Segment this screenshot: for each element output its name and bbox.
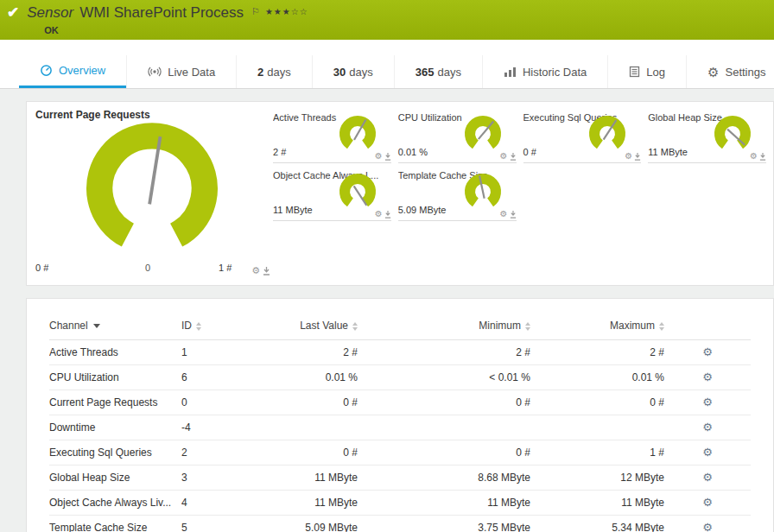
table-row[interactable]: Downtime -4 ⚙ [49,415,751,440]
channel-last-value: 0.01 % [261,365,358,390]
gauge-settings-gear-icon[interactable]: ⚙ [500,152,508,161]
tab-label: Log [646,66,665,79]
mini-gauges-grid: Active Threads 2 # ⚙ CPU Utilization 0.0… [273,111,766,221]
channel-name[interactable]: Object Cache Always Liv... [49,491,181,516]
sort-both-icon [352,322,358,331]
gauge-settings-gear-icon[interactable]: ⚙ [625,152,632,161]
tab-historic-data[interactable]: Historic Data [482,55,607,88]
channel-minimum: 11 MByte [358,491,530,516]
table-row[interactable]: CPU Utilization 6 0.01 % < 0.01 % 0.01 %… [49,365,751,390]
gauge-pin-icon[interactable] [384,211,391,218]
gauge-pin-icon[interactable] [634,153,641,161]
gauges-panel: Current Page Requests 0 # 0 1 # ⚙ Active… [26,101,774,286]
table-row[interactable]: Object Cache Always Liv... 4 11 MByte 11… [49,491,751,516]
gauge-settings-gear-icon[interactable]: ⚙ [750,152,758,161]
tab-settings[interactable]: ⚙ Settings [686,55,774,88]
mini-gauge-dial [460,115,506,153]
main-gauge-dial [80,121,224,252]
channel-settings-icon[interactable]: ⚙ [702,370,713,383]
channels-table: Channel ID Last Value Minimum Maximum [49,313,751,532]
gauge-settings-gear-icon[interactable]: ⚙ [375,210,383,218]
channel-last-value: 0 # [261,440,358,466]
overview-gauge-icon [40,64,53,77]
channel-name[interactable]: Active Threads [49,340,181,365]
mini-gauge-dial [334,115,381,153]
tab-30-days[interactable]: 30 days [312,55,394,88]
sort-desc-icon [93,324,100,328]
page-title: WMI SharePoint Process [79,4,244,22]
tab-365-days[interactable]: 365 days [394,55,482,88]
channel-name[interactable]: Template Cache Size [49,516,181,532]
mini-gauge-value: 0.01 % [398,147,428,157]
mini-gauge-template-cache-size: Template Cache Size 5.09 MByte ⚙ [398,168,517,221]
column-header-last-value[interactable]: Last Value [261,313,358,340]
table-row[interactable]: Current Page Requests 0 0 # 0 # 0 # ⚙ [49,390,751,415]
channel-name[interactable]: CPU Utilization [49,365,181,390]
tab-label: Overview [59,64,105,77]
tab-log[interactable]: Log [607,55,686,88]
channel-name[interactable]: Downtime [49,415,181,440]
gauge-settings-gear-icon[interactable]: ⚙ [500,210,508,218]
channel-settings-icon[interactable]: ⚙ [702,446,713,459]
channel-settings-icon[interactable]: ⚙ [702,521,713,532]
priority-stars[interactable]: ★★★☆☆ [265,7,308,16]
tab-label: days [349,66,372,79]
channel-settings-icon[interactable]: ⚙ [702,496,713,509]
column-header-maximum[interactable]: Maximum [530,313,664,340]
gauge-pin-icon[interactable] [510,153,517,161]
tab-2-days[interactable]: 2 days [236,55,312,88]
channel-maximum: 12 MByte [530,466,664,491]
log-page-icon [629,66,640,78]
tab-live-data[interactable]: Live Data [126,55,236,88]
gauge-pin-icon[interactable] [263,267,270,276]
channel-maximum: 0.01 % [530,365,664,390]
channel-minimum: < 0.01 % [358,365,530,390]
mini-gauge-global-heap-size: Global Heap Size 11 MByte ⚙ [648,111,766,163]
table-row[interactable]: Active Threads 1 2 # 2 # 2 # ⚙ [49,340,751,365]
flag-icon[interactable]: ⚐ [251,6,260,17]
channel-last-value: 0 # [261,390,358,415]
gauge-pin-icon[interactable] [510,211,517,218]
tab-label: Historic Data [523,66,587,79]
channel-minimum: 2 # [358,340,530,365]
table-row[interactable]: Template Cache Size 5 5.09 MByte 3.75 MB… [49,516,751,532]
mini-gauge-dial [460,173,506,211]
column-header-channel[interactable]: Channel [49,313,181,340]
channel-name[interactable]: Global Heap Size [49,466,181,491]
mini-gauge-active-threads: Active Threads 2 # ⚙ [273,111,391,163]
gauge-pin-icon[interactable] [384,153,391,161]
table-row[interactable]: Global Heap Size 3 11 MByte 8.68 MByte 1… [49,466,751,491]
tab-label: days [437,66,460,79]
gauge-pin-icon[interactable] [759,153,766,161]
content-area: Current Page Requests 0 # 0 1 # ⚙ Active… [0,89,774,532]
sort-both-icon [659,322,664,331]
sort-both-icon [525,322,530,331]
status-badge: OK [44,25,308,35]
main-gauge-scale: 0 # 0 1 # ⚙ [35,263,270,275]
channel-settings-icon[interactable]: ⚙ [702,396,713,408]
tab-number: 30 [333,66,346,79]
mini-gauge-value: 11 MByte [273,205,313,215]
mini-gauge-value: 0 # [523,147,536,157]
gauge-settings-gear-icon[interactable]: ⚙ [251,266,260,276]
tab-overview[interactable]: Overview [19,55,126,88]
channel-settings-icon[interactable]: ⚙ [702,421,713,434]
gauge-settings-gear-icon[interactable]: ⚙ [375,152,383,161]
column-header-minimum[interactable]: Minimum [358,313,530,340]
channel-last-value: 11 MByte [261,491,358,516]
mini-gauge-object-cache: Object Cache Always L... 11 MByte ⚙ [273,168,391,221]
mini-gauge-cpu-utilization: CPU Utilization 0.01 % ⚙ [398,111,517,163]
channel-name[interactable]: Executing Sql Queries [49,440,181,466]
channel-name[interactable]: Current Page Requests [49,390,181,415]
channel-last-value: 5.09 MByte [261,516,358,532]
table-row[interactable]: Executing Sql Queries 2 0 # 0 # 1 # ⚙ [49,440,751,466]
channel-minimum [358,415,530,440]
channel-settings-icon[interactable]: ⚙ [702,345,713,358]
channel-id: 2 [181,440,261,466]
mini-gauge-dial [584,115,631,153]
channel-minimum: 3.75 MByte [358,516,530,532]
column-header-id[interactable]: ID [181,313,261,340]
mini-gauge-dial [334,173,381,211]
channel-settings-icon[interactable]: ⚙ [702,471,713,484]
channel-last-value: 11 MByte [261,466,358,491]
